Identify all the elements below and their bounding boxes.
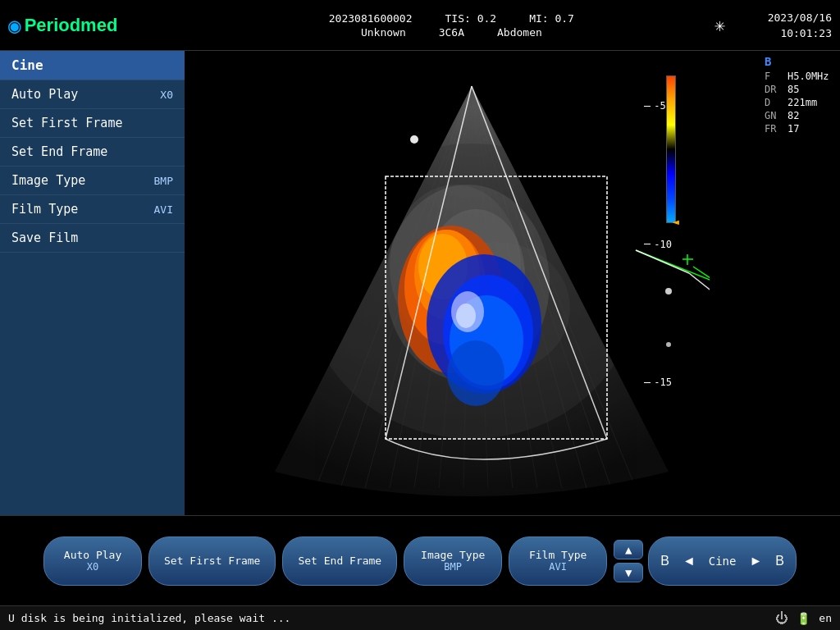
patient-name: Unknown xyxy=(361,26,406,39)
usb-icon: ⏻ xyxy=(775,610,788,626)
region-label: Abdomen xyxy=(497,26,542,39)
tis-value: TIS: 0.2 xyxy=(445,12,497,25)
cine-down-arrow[interactable]: ▼ xyxy=(614,563,643,582)
mode-label: B xyxy=(765,55,833,68)
bottom-controls: Auto Play X0 Set First Frame Set End Fra… xyxy=(0,515,840,605)
cine-prev-button[interactable]: ◄ xyxy=(678,550,701,572)
logo-text: Periodmed xyxy=(25,15,118,36)
sidebar-item-image-type[interactable]: Image Type BMP xyxy=(0,167,185,195)
sidebar-item-set-end-frame[interactable]: Set End Frame xyxy=(0,138,185,167)
right-panel: B F H5.0MHz DR 85 D 221mm GN 82 FR 17 xyxy=(758,51,840,515)
set-first-frame-button[interactable]: Set First Frame xyxy=(148,536,276,586)
set-end-frame-button[interactable]: Set End Frame xyxy=(282,536,397,586)
color-doppler-bar xyxy=(666,75,676,223)
cine-label: Cine xyxy=(704,555,742,568)
arrow-indicator: ◄ xyxy=(673,215,679,228)
param-fr: FR 17 xyxy=(765,123,833,135)
param-frequency: F H5.0MHz xyxy=(765,71,833,82)
language-badge: en xyxy=(819,612,832,624)
logo-area: ◉ Periodmed xyxy=(8,13,189,38)
sidebar-item-autoplay[interactable]: Auto Play X0 xyxy=(0,80,185,109)
param-depth: D 221mm xyxy=(765,97,833,108)
b-left-button[interactable]: B xyxy=(655,550,674,572)
mi-value: MI: 0.7 xyxy=(529,12,574,25)
date-display: 2023/08/16 xyxy=(768,11,832,24)
study-id: 2023081600002 xyxy=(329,12,413,25)
time-display: 10:01:23 xyxy=(780,27,832,39)
logo-icon: ◉ xyxy=(8,13,21,38)
header-right: 2023/08/16 10:01:23 xyxy=(733,11,832,39)
battery-icon: 🔋 xyxy=(797,612,810,625)
svg-point-27 xyxy=(447,340,504,406)
cine-navigation: B ◄ Cine ► B xyxy=(648,536,797,586)
image-type-button[interactable]: Image Type BMP xyxy=(404,536,502,586)
param-dr: DR 85 xyxy=(765,84,833,95)
main-area: Cine Auto Play X0 Set First Frame Set En… xyxy=(0,51,840,515)
header-center: 2023081600002 TIS: 0.2 MI: 0.7 Unknown 3… xyxy=(189,12,714,39)
b-right-button[interactable]: B xyxy=(770,550,789,572)
sidebar-item-film-type[interactable]: Film Type AVI xyxy=(0,195,185,224)
ultrasound-image-area: ◄ -5 -10 -15 -20 xyxy=(185,51,758,515)
snowflake-icon: ✳ xyxy=(714,15,725,35)
sidebar-menu: Cine Auto Play X0 Set First Frame Set En… xyxy=(0,51,185,515)
status-right: ⏻ 🔋 en xyxy=(775,610,832,626)
svg-point-29 xyxy=(456,304,476,328)
sidebar-item-cine[interactable]: Cine xyxy=(0,51,185,80)
status-text: U disk is being initialized, please wait… xyxy=(8,612,290,624)
header: ◉ Periodmed 2023081600002 TIS: 0.2 MI: 0… xyxy=(0,0,840,51)
probe-type: 3C6A xyxy=(439,26,464,39)
sidebar-item-save-film[interactable]: Save Film xyxy=(0,224,185,253)
status-bar: U disk is being initialized, please wait… xyxy=(0,605,840,630)
cine-next-button[interactable]: ► xyxy=(744,550,767,572)
sidebar-item-set-first-frame[interactable]: Set First Frame xyxy=(0,109,185,138)
auto-play-button[interactable]: Auto Play X0 xyxy=(43,536,142,586)
svg-point-40 xyxy=(665,288,672,294)
ultrasound-svg xyxy=(234,62,710,504)
cine-up-arrow[interactable]: ▲ xyxy=(614,540,643,559)
svg-point-39 xyxy=(410,135,418,144)
film-type-button[interactable]: Film Type AVI xyxy=(509,536,607,586)
cine-up-down-arrows: ▲ ▼ xyxy=(614,540,643,582)
svg-point-41 xyxy=(666,342,671,347)
param-gain: GN 82 xyxy=(765,110,833,121)
